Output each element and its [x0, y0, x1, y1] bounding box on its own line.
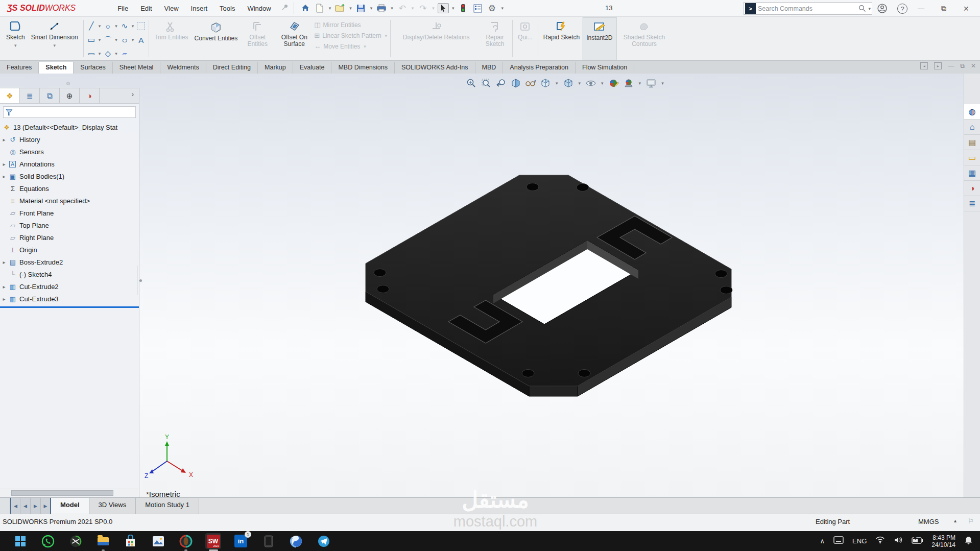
tree-root-part[interactable]: ❖ 13 (Default<<Default>_Display Stat — [0, 121, 139, 133]
menu-tools[interactable]: Tools — [213, 1, 241, 16]
menu-insert[interactable]: Insert — [185, 1, 214, 16]
tab-weldments[interactable]: Weldments — [160, 62, 206, 74]
graphics-viewport[interactable]: Y X Z A ▾ ▾ ▾ ▾ ▾ ❖ ≣ ⧉ ⊕ ◑ › — [0, 74, 980, 497]
tree-item-sensors[interactable]: ◎Sensors — [0, 146, 139, 158]
fm-tab-dimxpert[interactable]: ⊕ — [60, 88, 80, 103]
units-dropdown-icon[interactable]: ▴ — [954, 518, 957, 523]
doc-close-button[interactable]: ✕ — [971, 62, 976, 69]
status-tag-icon[interactable]: ⚐ — [968, 517, 974, 525]
apply-scene-icon[interactable] — [623, 78, 634, 89]
tree-item-sketch4[interactable]: └(-) Sketch4 — [0, 268, 139, 280]
battery-icon[interactable]: ϟ — [912, 537, 923, 546]
section-view-icon[interactable] — [510, 78, 521, 89]
tree-item-right-plane[interactable]: ▱Right Plane — [0, 231, 139, 244]
scrollbar-thumb[interactable] — [11, 490, 113, 496]
text-tool-icon[interactable]: A — [135, 34, 147, 45]
sketch-dropdown-icon[interactable]: ▾ — [14, 42, 17, 49]
notifications-bell-icon[interactable] — [964, 536, 973, 547]
pane-right-icon[interactable]: ▸ — [934, 62, 942, 69]
tree-item-cut-extrude2[interactable]: ▸▥Cut-Extrude2 — [0, 280, 139, 293]
touch-keyboard-icon[interactable] — [833, 536, 844, 546]
linkedin-icon[interactable]: in 1 — [233, 533, 249, 549]
rapid-sketch-button[interactable]: Rapid Sketch — [540, 17, 583, 60]
window-close-button[interactable]: ✕ — [963, 0, 969, 17]
zoom-to-fit-icon[interactable] — [466, 78, 477, 89]
menu-edit[interactable]: Edit — [134, 1, 158, 16]
copilot-icon[interactable] — [288, 533, 304, 549]
tree-item-equations[interactable]: ΣEquations — [0, 182, 139, 195]
smart-dimension-dropdown-icon[interactable]: ▾ — [53, 42, 56, 49]
tab-first-icon[interactable]: ◀ — [10, 498, 20, 514]
tree-item-origin[interactable]: ⊥Origin — [0, 244, 139, 256]
phone-link-icon[interactable] — [260, 533, 276, 549]
taskpane-design-library-icon[interactable]: ▤ — [964, 135, 980, 150]
taskpane-3dexperience-icon[interactable]: ◍ — [964, 104, 980, 119]
start-button[interactable] — [12, 533, 28, 549]
select-tool-button[interactable] — [438, 3, 449, 13]
panel-splitter-handle[interactable] — [137, 266, 144, 295]
telegram-icon[interactable] — [316, 533, 331, 549]
display-style-icon[interactable] — [563, 78, 574, 89]
options-dropdown-icon[interactable]: ▾ — [500, 6, 505, 11]
tab-last-icon[interactable]: ▶ — [41, 498, 51, 514]
polygon-tool-icon[interactable]: ◇ — [102, 48, 113, 59]
taskbar-clock[interactable]: 8:43 PM24/10/14 — [931, 534, 955, 548]
new-dropdown-icon[interactable]: ▾ — [328, 6, 332, 11]
taskpane-resources-home-icon[interactable]: ⌂ — [964, 119, 980, 135]
taskpane-appearances-icon[interactable]: ◑ — [964, 181, 980, 196]
smart-dimension-button[interactable]: Smart Dimension ▾ — [28, 17, 81, 60]
line-dropdown-icon[interactable]: ▾ — [98, 23, 102, 29]
ellipse-tool-icon[interactable]: ○ — [117, 34, 132, 45]
tab-features[interactable]: Features — [0, 62, 39, 74]
tree-item-boss-extrude2[interactable]: ▸▤Boss-Extrude2 — [0, 256, 139, 268]
taskpane-view-palette-icon[interactable]: ▦ — [964, 165, 980, 181]
taskpane-file-explorer-icon[interactable]: ▭ — [964, 150, 980, 165]
fm-tab-display-manager[interactable]: ◑ — [80, 88, 100, 103]
tab-markup[interactable]: Markup — [258, 62, 293, 74]
new-document-icon[interactable] — [314, 2, 326, 14]
tab-prev-icon[interactable]: ◀ — [20, 498, 31, 514]
search-dropdown-icon[interactable]: ▾ — [867, 6, 872, 11]
wifi-icon[interactable] — [875, 536, 885, 546]
window-restore-button[interactable]: ⧉ — [941, 0, 946, 17]
select-dropdown-icon[interactable]: ▾ — [451, 6, 456, 11]
annotation-visibility-icon[interactable]: A — [525, 78, 536, 89]
instant2d-button[interactable]: Instant2D — [583, 17, 616, 60]
convert-entities-button[interactable]: Convert Entities — [192, 17, 241, 60]
tab-sketch[interactable]: Sketch — [39, 62, 74, 74]
menu-file[interactable]: File — [111, 1, 134, 16]
volume-icon[interactable] — [894, 536, 903, 546]
edit-appearance-icon[interactable] — [608, 78, 619, 89]
tree-item-annotations[interactable]: ▸AAnnotations — [0, 158, 139, 170]
status-units[interactable]: MMGS — [918, 518, 939, 525]
options-gear-icon[interactable]: ⚙ — [486, 2, 498, 14]
tab-sheet-metal[interactable]: Sheet Metal — [113, 62, 161, 74]
save-dropdown-icon[interactable]: ▾ — [369, 6, 374, 11]
tab-motion-study-1[interactable]: Motion Study 1 — [136, 498, 199, 514]
whatsapp-icon[interactable] — [40, 533, 56, 549]
rectangle-tool-icon[interactable]: ▭ — [86, 34, 97, 45]
sketch-picture-tool-icon[interactable] — [137, 22, 145, 30]
pin-menu-icon[interactable] — [281, 4, 289, 13]
save-icon[interactable] — [355, 2, 367, 14]
search-commands-box[interactable]: > ▾ — [744, 2, 872, 15]
arc-tool-icon[interactable]: ⌒ — [102, 34, 113, 45]
microsoft-store-icon[interactable] — [123, 533, 138, 549]
file-explorer-icon[interactable] — [95, 533, 111, 549]
doc-restore-button[interactable]: ⧉ — [960, 62, 965, 69]
panel-horizontal-scrollbar[interactable] — [0, 489, 138, 496]
feature-tree-filter[interactable] — [3, 106, 136, 118]
panel-splitter-dot[interactable] — [66, 82, 70, 85]
tab-solidworks-add-ins[interactable]: SOLIDWORKS Add-Ins — [395, 62, 475, 74]
menu-window[interactable]: Window — [241, 1, 277, 16]
tab-direct-editing[interactable]: Direct Editing — [206, 62, 258, 74]
fm-tabs-overflow-icon[interactable]: › — [127, 88, 139, 103]
point-tool-icon[interactable]: ▱ — [119, 48, 130, 59]
doc-minimize-button[interactable]: — — [948, 62, 954, 69]
open-dropdown-icon[interactable]: ▾ — [348, 6, 353, 11]
tab-evaluate[interactable]: Evaluate — [293, 62, 332, 74]
window-minimize-button[interactable]: — — [918, 0, 924, 17]
spline-dropdown-icon[interactable]: ▾ — [131, 23, 135, 29]
previous-view-icon[interactable] — [495, 78, 507, 89]
offset-on-surface-button[interactable]: Offset On Surface — [274, 17, 314, 60]
